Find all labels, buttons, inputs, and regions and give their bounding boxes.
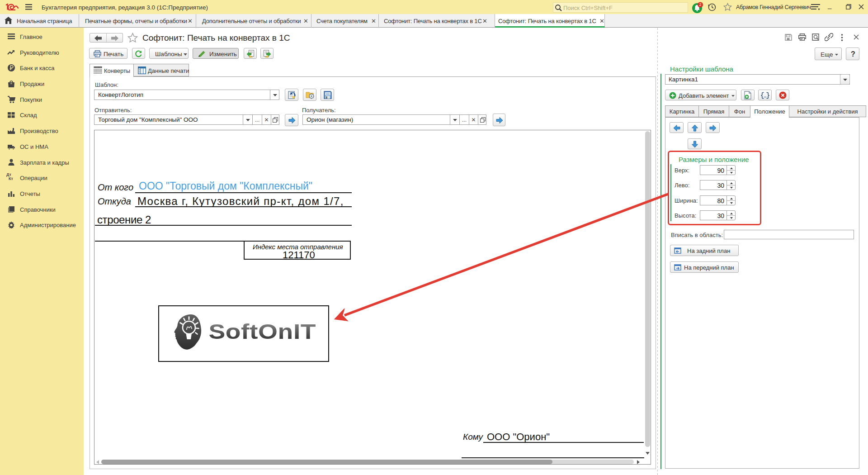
svg-text:SoftOnIT: SoftOnIT bbox=[208, 320, 316, 343]
svg-text:2: 2 bbox=[699, 2, 701, 7]
